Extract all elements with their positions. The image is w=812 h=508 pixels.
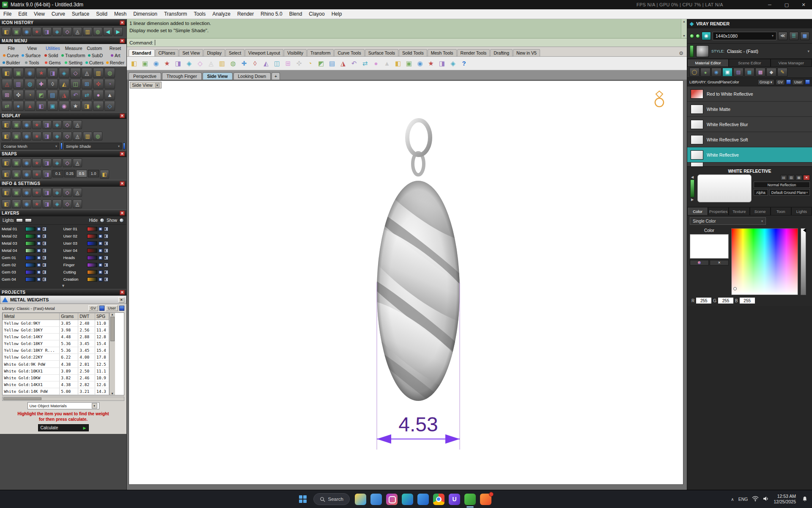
pipe-icon[interactable]: ◨	[42, 27, 52, 36]
toolbar-tab-render-tools[interactable]: Render Tools	[457, 49, 490, 56]
modeling-tool-icon[interactable]: ◊	[47, 79, 58, 89]
viewport-tab-perspective[interactable]: Perspective	[129, 72, 161, 80]
toolbar-tab-mesh-tools[interactable]: Mesh Tools	[428, 49, 457, 56]
modeling-tool-icon[interactable]: ⇄	[2, 101, 12, 111]
gv-button[interactable]: GV	[88, 305, 98, 311]
modeling-tool-icon[interactable]: ★	[36, 68, 47, 78]
gv-icon[interactable]	[99, 306, 104, 311]
notification-bell-icon[interactable]	[800, 496, 809, 502]
modeling-tool-icon[interactable]: ✜	[93, 79, 104, 89]
eyedropper-button[interactable]	[690, 260, 709, 265]
tab-scene-editor[interactable]: Scene Editor	[729, 59, 770, 67]
mail-app-icon[interactable]	[417, 494, 429, 505]
viewport-tab-through-finger[interactable]: Through Finger	[162, 72, 202, 80]
layer-material-icon[interactable]: ◧	[104, 241, 108, 246]
material-white-reflective-soft[interactable]: White Reflective Soft	[687, 132, 812, 147]
show-object-icon[interactable]: ▤	[326, 58, 337, 69]
layer-material-icon[interactable]: ◧	[42, 234, 47, 238]
layers-expand-button[interactable]: ▼	[0, 283, 126, 289]
modeling-tool-icon[interactable]: ★	[70, 101, 81, 111]
menu-blend[interactable]: Blend	[286, 9, 306, 19]
resolution-select[interactable]: 1440x1080▾	[713, 32, 776, 40]
instagram-app-icon[interactable]	[386, 494, 398, 505]
layer-material-icon[interactable]: ◧	[104, 277, 108, 282]
print-icon[interactable]: ★	[162, 58, 173, 69]
layer-material-icon[interactable]: ◧	[42, 277, 47, 282]
pan-view-icon[interactable]: ▥	[217, 58, 228, 69]
main-menu-curve[interactable]: Curve	[1, 53, 21, 58]
shade-mode-select[interactable]: Simple Shade▾	[64, 143, 122, 149]
modeling-tool-icon[interactable]: ◍	[104, 68, 115, 78]
toolbar-tab-curve-tools[interactable]: Curve Tools	[334, 49, 364, 56]
center-osnap-icon[interactable]: ◉	[22, 158, 31, 167]
tray-overflow-chevron[interactable]: ∧	[731, 497, 734, 502]
metal-row[interactable]: Yellow Gold:14KY4.482.8812.8	[3, 334, 109, 340]
tab-view-manager[interactable]: View Manager	[771, 59, 812, 67]
viewport-tab-looking-down[interactable]: Looking Down	[233, 72, 271, 80]
user-icon[interactable]	[805, 80, 810, 84]
layer-lock-icon[interactable]: ▣	[37, 263, 41, 267]
modeling-tool-icon[interactable]: ▣	[47, 101, 58, 111]
ortho-mode-icon[interactable]: ★	[32, 170, 41, 179]
metal-row[interactable]: Yellow Gold:22KY6.224.0017.8	[3, 354, 109, 361]
world-axes-icon[interactable]: ◧	[392, 58, 403, 69]
end-osnap-icon[interactable]: ◧	[2, 158, 11, 167]
close-icon[interactable]: ✕	[120, 211, 125, 215]
lights-label[interactable]: Lights	[3, 218, 14, 223]
export-icon[interactable]: ◇	[63, 199, 72, 208]
texture-slot-icon[interactable]: ▤	[780, 175, 787, 180]
layer-lock-icon[interactable]: ▣	[99, 234, 103, 238]
modeling-tool-icon[interactable]: ◉	[25, 68, 35, 78]
modeling-tool-icon[interactable]: ✚	[36, 79, 47, 89]
lock-object-icon[interactable]: ◮	[337, 58, 348, 69]
layer-material-icon[interactable]: ◧	[42, 227, 47, 231]
chrome-app-icon[interactable]	[433, 494, 444, 505]
layer-color-swatch[interactable]	[25, 277, 36, 282]
active-material-icon[interactable]: ▣	[722, 68, 732, 77]
gem-material-icon[interactable]: ◆	[766, 68, 776, 77]
layer-lock-icon[interactable]: ▣	[99, 270, 103, 274]
modeling-tool-icon[interactable]: ▲	[25, 101, 35, 111]
material-preview-swatch[interactable]	[697, 174, 752, 202]
units-icon[interactable]: ▣	[12, 199, 21, 208]
toolbar-tab-set-view[interactable]: Set View	[179, 49, 203, 56]
prev-material-button[interactable]: ◀	[691, 175, 694, 179]
start-button[interactable]	[299, 495, 307, 503]
user-button[interactable]: User	[792, 79, 804, 85]
layer-material-icon[interactable]: ◧	[42, 263, 47, 267]
layer-color-swatch[interactable]	[87, 263, 97, 267]
layer-color-swatch[interactable]	[87, 277, 97, 282]
show-toggle[interactable]	[119, 218, 124, 223]
toolbar-tab-drafting[interactable]: Drafting	[490, 49, 513, 56]
sphere-primitive-icon[interactable]: ●	[370, 58, 381, 69]
artistic-display-icon[interactable]: ◇	[63, 120, 72, 129]
radius-measure-icon[interactable]: ★	[32, 188, 41, 197]
main-menu-file[interactable]: File	[1, 46, 22, 51]
spiral-icon[interactable]: ◇	[63, 27, 72, 36]
clock[interactable]: 12:53 AM 12/25/2025	[774, 494, 796, 505]
gem-icon[interactable]: ▥	[83, 27, 92, 36]
axes-icon[interactable]: ▥	[83, 132, 92, 141]
layer-cutting[interactable]: Cutting▣◧	[63, 270, 125, 274]
midpoint-osnap-icon[interactable]: ▣	[12, 158, 21, 167]
gv-icon[interactable]	[786, 80, 791, 84]
main-menu-gems[interactable]: Gems	[42, 60, 63, 65]
layer-material-icon[interactable]: ◧	[42, 248, 47, 253]
snap-increment-0.5[interactable]: 0.5	[76, 170, 87, 177]
modeling-tool-icon[interactable]: ◮	[59, 90, 69, 100]
toolbar-tab-select[interactable]: Select	[225, 49, 244, 56]
shaded-display-icon[interactable]: ▣	[12, 120, 21, 129]
layer-color-swatch[interactable]	[87, 256, 97, 260]
knot-osnap-icon[interactable]: ◬	[73, 158, 82, 167]
modeling-tool-icon[interactable]: ▥	[93, 68, 104, 78]
shaded-mode-icon[interactable]: ↶	[348, 58, 359, 69]
rendered-display-icon[interactable]: ◉	[22, 120, 31, 129]
snap-increment-0.1[interactable]: 0.1	[52, 170, 63, 177]
menu-help[interactable]: Help	[328, 9, 346, 19]
modeling-tool-icon[interactable]: ⇄	[82, 90, 92, 100]
copy-icon[interactable]: ◈	[184, 58, 195, 69]
maximize-button[interactable]: ▢	[778, 0, 795, 9]
ghosted-display-icon[interactable]: ★	[32, 120, 41, 129]
modeling-tool-icon[interactable]: ⊞	[2, 90, 12, 100]
u-app-app-icon[interactable]: U	[449, 494, 460, 505]
